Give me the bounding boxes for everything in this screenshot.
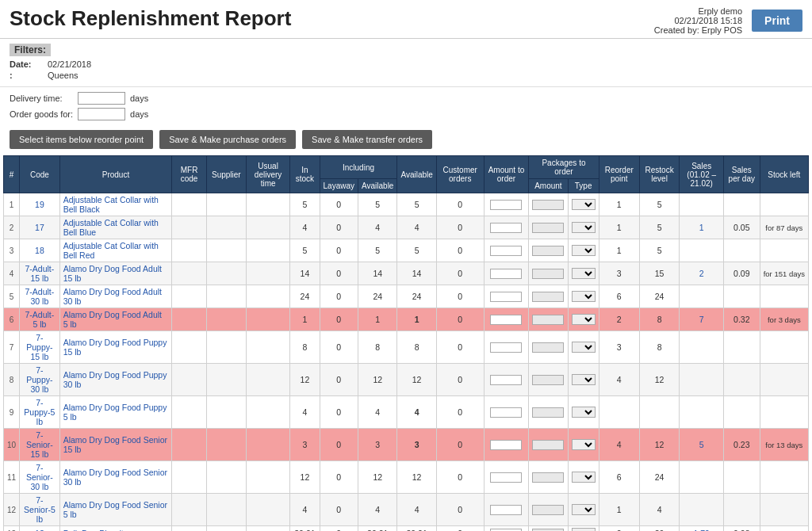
row-pkg-type[interactable] [568,239,599,262]
row-product[interactable]: Alamo Dry Dog Food Adult 30 lb [59,285,172,308]
row-pkg-type[interactable] [568,461,599,494]
delivery-time-input[interactable] [78,92,125,105]
row-product[interactable]: Alamo Dry Dog Food Senior 5 lb [59,494,172,526]
row-amount-to-order[interactable] [484,396,529,429]
row-pkg-amount[interactable] [529,193,568,216]
row-sales [680,494,723,526]
row-product[interactable]: Bulk Dog Biscuits [59,526,172,532]
row-pkg-amount[interactable] [529,429,568,461]
row-available: 4 [397,494,436,526]
location-value: Queens [48,71,79,80]
row-pkg-type[interactable] [568,526,599,532]
row-pkg-amount[interactable] [529,308,568,331]
row-product[interactable]: Adjustable Cat Collar with Bell Black [59,193,172,216]
row-pkg-amount[interactable] [529,239,568,262]
row-code[interactable]: 7-Senior-5 lb [20,494,60,526]
row-code[interactable]: 7-Adult-5 lb [20,308,60,331]
row-amount-to-order[interactable] [484,239,529,262]
delivery-section: Delivery time: days Order goods for: day… [0,87,812,130]
row-code[interactable]: 7-Puppy-15 lb [20,331,60,364]
row-amount-to-order[interactable] [484,526,529,532]
delivery-time-unit: days [130,94,148,103]
row-customer-orders: 0 [436,285,484,308]
row-product[interactable]: Alamo Dry Dog Food Puppy 30 lb [59,364,172,396]
row-product[interactable]: Adjustable Cat Collar with Bell Blue [59,216,172,239]
row-pkg-amount[interactable] [529,364,568,396]
row-amount-to-order[interactable] [484,364,529,396]
row-code[interactable]: 7-Adult-15 lb [20,262,60,285]
row-code[interactable]: 19 [20,193,60,216]
row-pkg-type[interactable] [568,308,599,331]
row-pkg-type[interactable] [568,396,599,429]
row-pkg-amount[interactable] [529,285,568,308]
select-items-button[interactable]: Select items below reorder point [10,130,153,149]
row-product[interactable]: Alamo Dry Dog Food Adult 15 lb [59,262,172,285]
row-code[interactable]: 7-Puppy-30 lb [20,364,60,396]
row-pkg-amount[interactable] [529,262,568,285]
row-product[interactable]: Alamo Dry Dog Food Senior 30 lb [59,461,172,494]
row-pkg-type[interactable] [568,285,599,308]
row-pkg-type[interactable] [568,216,599,239]
row-available: 5 [397,193,436,216]
row-layaway: 0 [320,285,358,308]
row-mfr [172,494,207,526]
report-datetime: 02/21/2018 15:18 [654,16,742,25]
print-button[interactable]: Print [752,10,802,32]
row-code[interactable]: 13 [20,526,60,532]
row-pkg-type[interactable] [568,364,599,396]
row-delivery [246,239,289,262]
row-pkg-type[interactable] [568,331,599,364]
row-amount-to-order[interactable] [484,331,529,364]
row-stock-left [760,364,808,396]
col-supplier: Supplier [206,156,246,193]
row-sales-per-day [723,494,760,526]
row-product[interactable]: Alamo Dry Dog Food Puppy 15 lb [59,331,172,364]
row-available-sub: 12 [358,461,397,494]
row-pkg-amount[interactable] [529,216,568,239]
row-pkg-type[interactable] [568,262,599,285]
row-sales: 1 [680,216,723,239]
row-amount-to-order[interactable] [484,285,529,308]
row-product[interactable]: Alamo Dry Dog Food Puppy 5 lb [59,396,172,429]
row-code[interactable]: 7-Senior-15 lb [20,429,60,461]
row-available-sub: 4 [358,494,397,526]
row-available: 30.21 [397,526,436,532]
row-instock: 12 [290,461,320,494]
row-pkg-amount[interactable] [529,526,568,532]
row-stock-left [760,494,808,526]
row-instock: 4 [290,216,320,239]
order-goods-input[interactable] [78,108,125,120]
row-mfr [172,262,207,285]
row-code[interactable]: 18 [20,239,60,262]
row-amount-to-order[interactable] [484,461,529,494]
row-code[interactable]: 7-Adult-30 lb [20,285,60,308]
row-code[interactable]: 7-Puppy-5 lb [20,396,60,429]
row-pkg-amount[interactable] [529,396,568,429]
row-product[interactable]: Adjustable Cat Collar with Bell Red [59,239,172,262]
row-pkg-type[interactable] [568,494,599,526]
row-amount-to-order[interactable] [484,308,529,331]
save-transfer-button[interactable]: Save & Make transfer orders [302,130,432,149]
row-pkg-amount[interactable] [529,494,568,526]
row-instock: 3 [290,429,320,461]
row-pkg-type[interactable] [568,193,599,216]
row-sales-per-day [723,331,760,364]
save-purchase-button[interactable]: Save & Make purchase orders [159,130,296,149]
row-amount-to-order[interactable] [484,193,529,216]
row-num: 7 [4,331,20,364]
row-amount-to-order[interactable] [484,262,529,285]
row-pkg-type[interactable] [568,429,599,461]
row-product[interactable]: Alamo Dry Dog Food Senior 15 lb [59,429,172,461]
row-pkg-amount[interactable] [529,461,568,494]
row-amount-to-order[interactable] [484,494,529,526]
row-amount-to-order[interactable] [484,216,529,239]
location-label: : [10,71,41,80]
row-code[interactable]: 7-Senior-30 lb [20,461,60,494]
row-product[interactable]: Alamo Dry Dog Food Adult 5 lb [59,308,172,331]
delivery-time-label: Delivery time: [10,94,73,103]
row-pkg-amount[interactable] [529,331,568,364]
row-code[interactable]: 17 [20,216,60,239]
row-amount-to-order[interactable] [484,429,529,461]
row-supplier [206,216,246,239]
row-instock: 4 [290,494,320,526]
